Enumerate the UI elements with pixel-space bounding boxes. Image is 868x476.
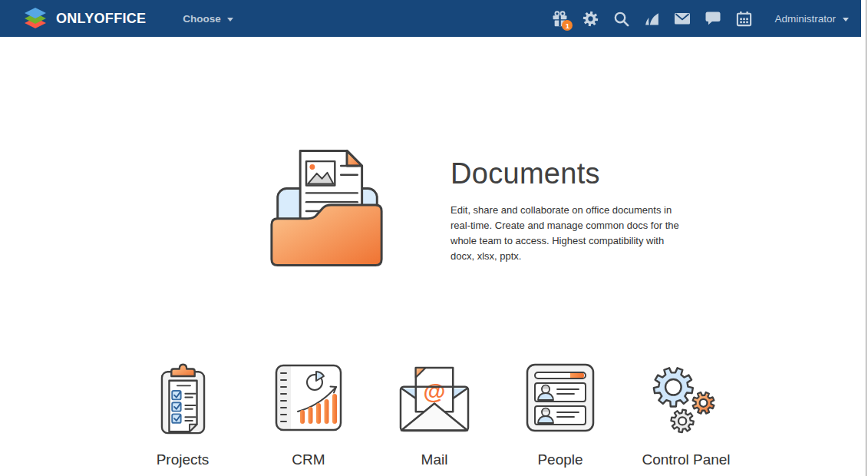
user-account-dropdown[interactable]: Administrator (774, 13, 849, 25)
module-crm[interactable]: CRM (246, 361, 371, 468)
at-symbol: @ (424, 378, 446, 404)
logo-text: ONLYOFFICE (56, 11, 146, 27)
scrollbar-gutter[interactable] (861, 0, 868, 476)
chevron-down-icon (227, 18, 233, 21)
module-mail[interactable]: @ Mail (371, 361, 497, 468)
module-description: Edit, share and collaborate on office do… (451, 203, 690, 264)
mail-icon (675, 13, 690, 25)
chevron-down-icon (843, 18, 849, 21)
gift-badge: 1 (562, 20, 573, 31)
user-name: Administrator (774, 13, 836, 25)
documents-description-block: Documents Edit, share and collaborate on… (451, 142, 690, 264)
module-label: Mail (421, 451, 448, 468)
feed-icon (644, 11, 660, 27)
documents-module-tile[interactable] (267, 142, 388, 273)
search-icon (613, 11, 629, 27)
calendar-icon (736, 11, 752, 27)
settings-button[interactable] (575, 0, 606, 37)
module-label: Control Panel (642, 451, 730, 468)
modules-row: Projects (120, 361, 868, 468)
module-projects[interactable]: Projects (120, 361, 246, 468)
feed-button[interactable] (636, 0, 667, 37)
page-title: Documents (451, 157, 690, 190)
gift-button[interactable]: 1 (544, 0, 575, 37)
calendar-button[interactable] (728, 0, 759, 37)
choose-label: Choose (183, 13, 221, 25)
documents-hero: Documents Edit, share and collaborate on… (267, 142, 868, 273)
crm-icon (275, 364, 342, 431)
module-people[interactable]: People (497, 361, 623, 468)
projects-icon (160, 362, 206, 435)
control-panel-icon (652, 360, 721, 435)
onlyoffice-logo[interactable]: ONLYOFFICE (21, 5, 146, 31)
module-control-panel[interactable]: Control Panel (623, 361, 749, 468)
talk-button[interactable] (698, 0, 728, 37)
module-label: People (537, 451, 583, 468)
mail-module-icon: @ (398, 363, 470, 433)
module-label: Projects (157, 451, 210, 468)
settings-icon (583, 11, 599, 27)
documents-folder-icon (267, 142, 388, 273)
module-label: CRM (292, 451, 325, 468)
search-button[interactable] (606, 0, 636, 37)
onlyoffice-logo-icon (21, 5, 49, 31)
top-navigation-bar: ONLYOFFICE Choose 1 (0, 0, 861, 37)
people-icon (525, 362, 596, 433)
choose-module-dropdown[interactable]: Choose (183, 13, 233, 25)
talk-icon (705, 12, 721, 25)
topbar-actions: 1 (544, 0, 861, 37)
mail-button[interactable] (667, 0, 698, 37)
